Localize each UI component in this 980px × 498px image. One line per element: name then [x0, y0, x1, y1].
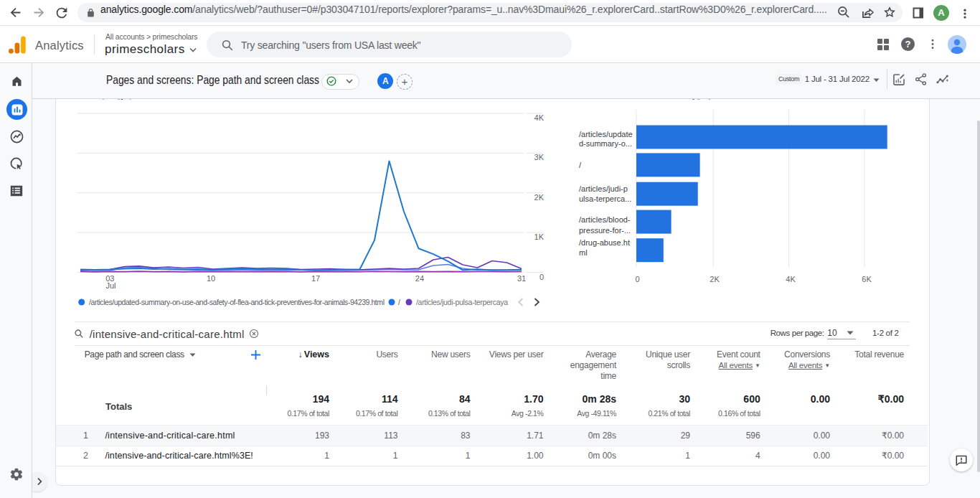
- svg-text:4K: 4K: [534, 113, 545, 122]
- svg-text:2K: 2K: [534, 193, 545, 202]
- svg-text:31: 31: [517, 274, 526, 283]
- svg-text:10: 10: [207, 274, 215, 283]
- svg-text:ulsa-terperca...: ulsa-terperca...: [579, 194, 631, 203]
- svg-text:1K: 1K: [534, 232, 545, 241]
- svg-text:d-summary-o...: d-summary-o...: [579, 139, 632, 148]
- svg-text:pressure-for-...: pressure-for-...: [579, 226, 631, 235]
- svg-text:/articles/judi-p: /articles/judi-p: [579, 184, 628, 193]
- svg-text:4K: 4K: [786, 275, 796, 283]
- svg-text:/articles/judi-pulsa-terpercay: /articles/judi-pulsa-terpercaya: [416, 298, 508, 306]
- svg-text:0: 0: [635, 275, 639, 283]
- svg-text:17: 17: [311, 274, 320, 283]
- svg-text:/articles/blood-: /articles/blood-: [579, 215, 631, 224]
- svg-text:ml: ml: [579, 248, 588, 257]
- svg-text:/articles/updated-summary-on-u: /articles/updated-summary-on-use-and-saf…: [89, 298, 385, 306]
- svg-text:3K: 3K: [534, 153, 545, 161]
- svg-text:/articles/update: /articles/update: [579, 130, 633, 138]
- svg-text:0: 0: [540, 273, 544, 281]
- svg-text:6K: 6K: [862, 275, 872, 283]
- svg-text:/drug-abuse.ht: /drug-abuse.ht: [579, 238, 630, 247]
- svg-text:Jul: Jul: [105, 281, 116, 290]
- svg-text:24: 24: [415, 274, 424, 283]
- svg-text:/: /: [579, 161, 582, 169]
- svg-text:2K: 2K: [710, 275, 720, 283]
- svg-text:/: /: [398, 298, 400, 306]
